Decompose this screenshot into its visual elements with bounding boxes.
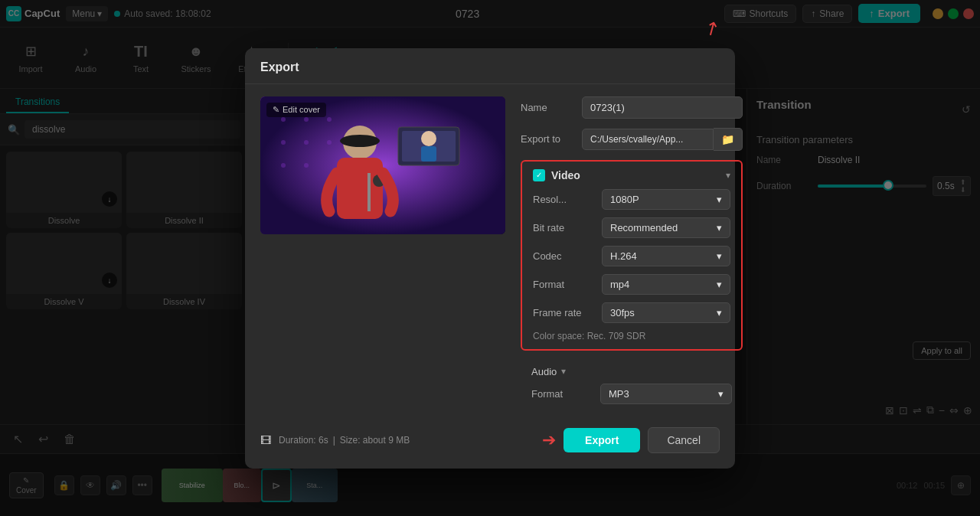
preview-area: ✎ Edit cover xyxy=(260,96,505,234)
folder-button[interactable]: 📁 xyxy=(714,128,743,151)
video-section-header: ✓ Video ▾ xyxy=(533,169,730,181)
svg-rect-12 xyxy=(368,173,371,211)
dialog-body: ✎ Edit cover Name Export to 📁 xyxy=(245,84,735,427)
audio-section: Audio ▾ Format MP3 ▾ xyxy=(521,360,743,415)
dialog-fields: Name Export to 📁 ✓ Video ▾ xyxy=(505,96,743,415)
audio-section-header: Audio ▾ xyxy=(531,366,732,377)
edit-cover-button[interactable]: ✎ Edit cover xyxy=(266,103,326,117)
dialog-header: Export xyxy=(245,48,735,84)
audio-format-label: Format xyxy=(531,388,600,400)
svg-point-6 xyxy=(327,140,332,145)
bitrate-label: Bit rate xyxy=(533,222,602,234)
film-icon: 🎞 xyxy=(260,434,271,446)
svg-rect-17 xyxy=(421,146,436,162)
footer-buttons: ➔ Export Cancel xyxy=(542,427,720,453)
svg-point-7 xyxy=(281,163,286,168)
video-collapse-icon[interactable]: ▾ xyxy=(726,170,730,181)
export-dialog: ↗ Export xyxy=(245,48,735,469)
name-input[interactable] xyxy=(582,96,743,119)
video-framerate-row: Frame rate 30fps ▾ xyxy=(533,302,730,323)
framerate-select[interactable]: 30fps ▾ xyxy=(602,302,730,323)
audio-collapse-icon[interactable]: ▾ xyxy=(561,366,566,377)
audio-format-select[interactable]: MP3 ▾ xyxy=(600,384,732,404)
video-bitrate-row: Bit rate Recommended ▾ xyxy=(533,217,730,238)
framerate-label: Frame rate xyxy=(533,307,602,318)
svg-point-11 xyxy=(340,135,380,147)
audio-format-row: Format MP3 ▾ xyxy=(531,384,732,404)
svg-point-16 xyxy=(421,131,436,146)
codec-select[interactable]: H.264 ▾ xyxy=(602,246,730,266)
audio-title: Audio xyxy=(531,366,557,377)
video-codec-row: Codec H.264 ▾ xyxy=(533,246,730,266)
svg-point-1 xyxy=(281,117,286,122)
name-field-row: Name xyxy=(521,96,743,119)
color-space-label: Color space: Rec. 709 SDR xyxy=(533,331,730,341)
svg-point-4 xyxy=(281,140,286,145)
export-path-input[interactable] xyxy=(582,129,714,150)
video-section: ✓ Video ▾ Resol... 1080P ▾ Bit rate xyxy=(521,160,743,351)
dialog-overlay: ↗ Export xyxy=(0,0,980,516)
svg-point-2 xyxy=(304,117,309,122)
dialog-footer: 🎞 Duration: 6s | Size: about 9 MB ➔ Expo… xyxy=(245,427,735,453)
duration-text: Duration: 6s | Size: about 9 MB xyxy=(279,435,410,446)
video-title: Video xyxy=(551,169,580,181)
video-resolution-row: Resol... 1080P ▾ xyxy=(533,189,730,210)
name-label: Name xyxy=(521,102,582,113)
arrow-indicator-top: ↗ xyxy=(700,15,724,41)
svg-point-3 xyxy=(327,117,332,122)
svg-rect-10 xyxy=(337,158,383,219)
export-arrow-indicator: ➔ xyxy=(542,430,556,450)
svg-point-5 xyxy=(304,140,309,145)
svg-point-8 xyxy=(304,163,309,168)
video-format-row: Format mp4 ▾ xyxy=(533,274,730,295)
video-checkbox[interactable]: ✓ xyxy=(533,169,545,181)
format-select[interactable]: mp4 ▾ xyxy=(602,274,730,295)
cancel-button[interactable]: Cancel xyxy=(648,427,720,453)
preview-image: ✎ Edit cover xyxy=(260,96,505,234)
export-to-label: Export to xyxy=(521,133,582,145)
preview-scene xyxy=(260,96,505,234)
resolution-select[interactable]: 1080P ▾ xyxy=(602,189,730,210)
export-button-dialog[interactable]: Export xyxy=(564,428,640,452)
codec-label: Codec xyxy=(533,250,602,262)
format-label: Format xyxy=(533,279,602,290)
resolution-label: Resol... xyxy=(533,194,602,205)
bitrate-select[interactable]: Recommended ▾ xyxy=(602,217,730,238)
export-to-row: Export to 📁 xyxy=(521,128,743,151)
preview-svg xyxy=(260,96,505,234)
